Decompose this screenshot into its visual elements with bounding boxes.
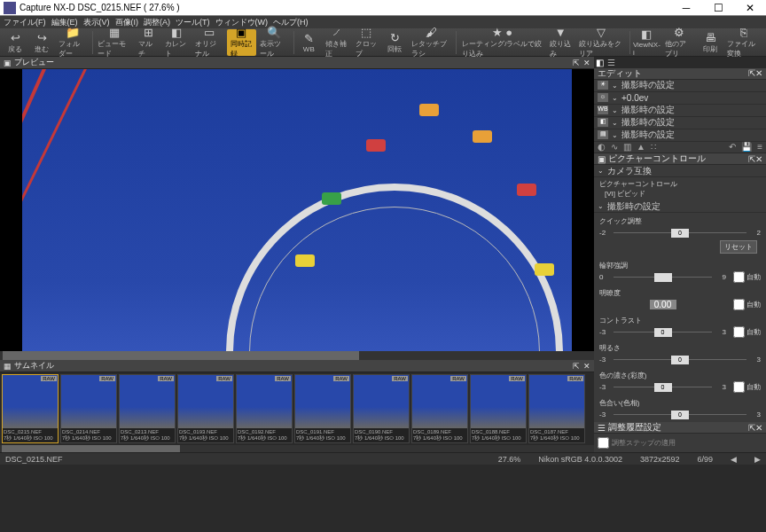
slider[interactable]: 0 [614,356,746,363]
slider[interactable]: 0 [614,411,746,418]
slider[interactable] [614,273,712,280]
raw-badge: RAW [333,376,349,381]
noise-icon[interactable]: ∷ [651,142,656,152]
close-icon[interactable]: ✕ [583,362,590,371]
rotate-button[interactable]: ↻回転 [381,29,408,56]
minimize-button[interactable]: ─ [674,2,699,14]
adjustment-icon: ▤ [598,130,608,139]
thumbnail-item[interactable]: RAWDSC_0190.NEF7秒 1/640秒 ISO 100 [353,374,410,443]
retouch-button[interactable]: 🖌レタッチブラシ [408,29,454,56]
thumbnail-scrollbar[interactable] [0,445,594,452]
close-icon[interactable]: ✕ [583,59,590,67]
apply-steps-checkbox[interactable]: 調整ステップの適用 [598,437,762,449]
viewmode-button[interactable]: ▦ビューモード [94,29,135,56]
folder-button[interactable]: 📁フォルダー [55,29,90,56]
history-header[interactable]: ☰ 調整履歴設定 ⇱ ✕ [594,422,766,434]
filter-button[interactable]: ▼絞り込み [546,29,575,56]
sharpen-icon[interactable]: ▲ [637,142,645,152]
quick-adjust-label: クイック調整 [599,216,761,226]
pin-icon[interactable]: ⇱ [748,154,755,164]
edit-tab-icon[interactable]: ◧ [596,58,604,67]
menu-item[interactable]: 表示(V) [83,17,110,28]
slider[interactable]: 0 [614,328,712,335]
close-button[interactable]: ✕ [738,2,762,14]
chevron-down-icon: ⌄ [612,131,618,139]
thumbnail-info: DSC_0193.NEF7秒 1/640秒 ISO 100 [178,428,233,442]
save-icon[interactable]: 💾 [741,142,752,152]
undo-icon[interactable]: ↶ [729,142,736,152]
thumbnail-image: RAW [237,375,292,428]
auto-checkbox[interactable]: 自動 [733,326,761,338]
auto-checkbox[interactable]: 自動 [733,381,761,393]
display-button[interactable]: 🔍表示ツール [256,29,292,56]
next-icon[interactable]: ▶ [754,455,761,464]
pin-icon[interactable]: ⇱ [748,68,755,78]
back-button[interactable]: ↩戻る [2,29,28,56]
compare-icon: ▣ [236,26,246,39]
curve-icon[interactable]: ∿ [611,142,618,152]
camera-compat-row[interactable]: ⌄ カメラ互換 [594,165,766,177]
pc-value: [VI] ビビッド [599,189,761,199]
pin-icon[interactable]: ⇱ [573,362,580,371]
close-icon[interactable]: ✕ [755,423,762,433]
multi-button[interactable]: ⊞マルチ [135,29,161,56]
image-viewer[interactable] [0,69,594,351]
pin-icon[interactable]: ⇱ [748,423,755,433]
adjustment-row[interactable]: ☀⌄撮影時の設定 [594,80,766,92]
reset-button[interactable]: リセット [720,240,757,254]
horizontal-scrollbar[interactable] [0,351,594,360]
current-button[interactable]: ◧カレント [161,29,191,56]
prev-icon[interactable]: ◀ [731,455,737,464]
grid-icon: ▦ [109,26,120,39]
thumbnail-item[interactable]: RAWDSC_0191.NEF7秒 1/640秒 ISO 100 [294,374,351,443]
close-icon[interactable]: ✕ [755,68,762,78]
rating-filter-button[interactable]: ★ ●レーティング/ラベルで絞り込み [458,29,545,56]
adjustment-row[interactable]: WB⌄撮影時の設定 [594,105,766,117]
wb-button[interactable]: ✎WB [295,29,322,56]
thumbnail-item[interactable]: RAWDSC_0193.NEF7秒 1/640秒 ISO 100 [177,374,234,443]
thumbnail-item[interactable]: RAWDSC_0213.NEF7秒 1/640秒 ISO 100 [119,374,176,443]
arrow-left-icon: ↩ [11,31,20,44]
maximize-button[interactable]: ☐ [706,2,731,14]
slider[interactable]: 0 [614,383,712,390]
thumbnail-item[interactable]: RAWDSC_0192.NEF7秒 1/640秒 ISO 100 [236,374,293,443]
close-icon[interactable]: ✕ [755,154,762,164]
metadata-tab-icon[interactable]: ☰ [607,58,615,67]
thumbnail-item[interactable]: RAWDSC_0214.NEF7秒 1/640秒 ISO 100 [60,374,117,443]
picture-control-header[interactable]: ▣ ピクチャーコントロール ⇱ ✕ [594,153,766,165]
otherapp-button[interactable]: ⚙他のアプリ [661,29,697,56]
adjustment-row[interactable]: ◧⌄撮影時の設定 [594,117,766,129]
export-icon: ⎘ [740,26,747,39]
pin-icon[interactable]: ⇱ [573,59,580,67]
crop-button[interactable]: ⬚クロップ [352,29,381,56]
preview-header: ▣ プレビュー ⇱ ✕ [0,57,594,69]
forward-button[interactable]: ↪進む [28,29,55,56]
adjustment-row[interactable]: ▤⌄撮影時の設定 [594,129,766,142]
thumbnail-info: DSC_0187.NEF7秒 1/640秒 ISO 100 [529,428,584,442]
compare-button[interactable]: ▣同時記録 [227,29,256,56]
quick-adjust-slider[interactable]: 0 [614,229,746,236]
thumbnail-item[interactable]: RAWDSC_0187.NEF7秒 1/640秒 ISO 100 [528,374,585,443]
shoot-setting-row[interactable]: ⌄ 撮影時の設定 [594,200,766,213]
tone-icon[interactable]: ◐ [598,142,606,152]
thumbnail-item[interactable]: RAWDSC_0188.NEF7秒 1/640秒 ISO 100 [470,374,527,443]
original-button[interactable]: ▭オリジナル [192,29,227,56]
menu-item[interactable]: ファイル(F) [4,17,46,28]
convert-button[interactable]: ⎘ファイル変換 [723,29,764,56]
adjustment-row[interactable]: ☼⌄+0.0ev [594,92,766,105]
viewnx-button[interactable]: ◧ViewNX-i [631,29,661,56]
menu-icon[interactable]: ≡ [757,142,762,152]
auto-checkbox[interactable]: 自動 [733,299,761,310]
chevron-down-icon: ⌄ [612,94,618,102]
raw-badge: RAW [216,376,232,381]
print-button[interactable]: 🖶印刷 [697,29,723,56]
status-profile: Nikon sRGB 4.0.0.3002 [538,455,622,464]
adjustment-label: 撮影時の設定 [621,116,675,129]
filter-clear-button[interactable]: ▽絞り込みをクリア [575,29,628,56]
auto-checkbox[interactable]: 自動 [733,271,761,283]
multi-icon: ⊞ [144,26,153,39]
thumbnail-item[interactable]: RAWDSC_0215.NEF7秒 1/640秒 ISO 100 [2,374,59,443]
level-icon[interactable]: ▥ [623,142,631,152]
thumbnail-item[interactable]: RAWDSC_0189.NEF7秒 1/640秒 ISO 100 [411,374,468,443]
distort-button[interactable]: ⟋傾き補正 [322,29,351,56]
